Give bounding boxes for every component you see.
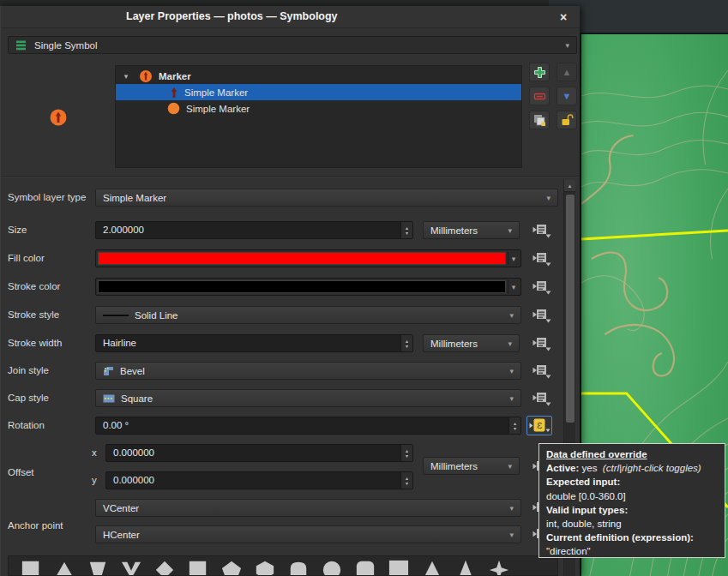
shape-arch[interactable] <box>286 559 310 576</box>
lock-colors-button[interactable] <box>557 111 577 129</box>
spin-down-icon[interactable]: ▾ <box>406 481 408 486</box>
tree-row-marker[interactable]: ▾ Marker <box>116 68 521 84</box>
size-value: 2.000000 <box>96 222 400 238</box>
stroke-color-swatch <box>98 280 506 293</box>
offset-y-input[interactable]: 0.000000 ▴▾ <box>105 471 413 489</box>
chevron-down-icon: ▾ <box>509 504 514 513</box>
stroke-color-override-button[interactable] <box>530 278 554 295</box>
marker-shape-presets[interactable] <box>8 555 558 576</box>
scrollbar-thumb[interactable] <box>566 195 575 423</box>
solid-line-icon <box>103 315 129 316</box>
stroke-width-unit-select[interactable]: Millimeters ▾ <box>423 334 520 352</box>
tree-caret-icon[interactable]: ▾ <box>120 72 132 81</box>
cap-style-override-button[interactable] <box>530 389 554 406</box>
symbol-layer-tree[interactable]: ▾ Marker Simple Marker Simple Marker <box>115 65 522 168</box>
shape-square[interactable] <box>186 559 210 576</box>
size-override-button[interactable] <box>530 221 554 238</box>
data-defined-override-icon <box>532 307 552 323</box>
offset-y-stepper[interactable]: ▴▾ <box>400 472 412 489</box>
cap-style-value: Square <box>121 393 153 404</box>
tree-item-label: Simple Marker <box>186 104 250 114</box>
chevron-down-icon[interactable]: ▾ <box>508 252 519 265</box>
chevron-down-icon: ▾ <box>509 394 514 403</box>
anchor-point-label: Anchor point <box>8 517 63 535</box>
layer-properties-dialog: Layer Properties — photos — Symbology × … <box>0 6 580 576</box>
shape-diamond[interactable] <box>153 559 177 576</box>
close-icon[interactable]: × <box>556 9 571 25</box>
size-input[interactable]: 2.000000 ▴▾ <box>95 221 413 239</box>
offset-y-label: y <box>92 471 102 489</box>
rotation-stepper[interactable]: ▴▾ <box>508 417 520 434</box>
stroke-style-select[interactable]: Solid Line ▾ <box>95 306 521 324</box>
spin-down-icon[interactable]: ▾ <box>406 453 408 459</box>
tree-row-simple-marker-2[interactable]: Simple Marker <box>116 100 521 117</box>
size-unit-select[interactable]: Millimeters ▾ <box>423 221 520 239</box>
shape-hexagon[interactable] <box>253 559 277 576</box>
tooltip-expected-label: Expected input: <box>546 475 718 489</box>
stroke-width-override-button[interactable] <box>530 334 554 351</box>
stroke-color-button[interactable]: ▾ <box>95 278 521 296</box>
spin-down-icon[interactable]: ▾ <box>514 426 516 431</box>
tooltip-definition-value: "direction" <box>546 544 718 558</box>
shape-circle[interactable] <box>320 559 344 576</box>
stroke-style-override-button[interactable] <box>530 306 554 323</box>
shape-chevron-down[interactable] <box>119 559 143 576</box>
join-style-override-button[interactable] <box>530 362 554 379</box>
rotation-label: Rotation <box>8 417 45 435</box>
anchor-horizontal-select[interactable]: HCenter ▾ <box>95 525 521 543</box>
data-defined-override-icon <box>532 250 552 267</box>
chevron-down-icon: ▾ <box>509 311 514 320</box>
join-style-value: Bevel <box>120 366 145 376</box>
add-symbol-layer-button[interactable] <box>529 63 550 81</box>
symbol-layer-type-select[interactable]: Simple Marker ▾ <box>95 189 558 207</box>
fill-color-override-button[interactable] <box>530 249 554 267</box>
shape-triangle[interactable] <box>420 559 444 576</box>
join-style-select[interactable]: Bevel ▾ <box>95 362 521 380</box>
spin-down-icon[interactable]: ▾ <box>406 344 408 349</box>
cap-style-label: Cap style <box>8 389 49 407</box>
fill-color-button[interactable]: ▾ <box>95 249 521 267</box>
chevron-down-icon: ▾ <box>508 339 512 348</box>
rotation-override-button-active[interactable]: ε <box>526 416 552 435</box>
shape-triangle-narrow[interactable] <box>454 559 478 576</box>
shape-lean-quad[interactable] <box>86 559 110 576</box>
chevron-down-icon: ▾ <box>508 226 512 235</box>
shape-pentagon[interactable] <box>220 559 244 576</box>
chevron-down-icon: ▾ <box>508 462 512 471</box>
data-defined-override-icon <box>532 335 552 351</box>
simple-marker-circle-icon <box>167 102 180 115</box>
duplicate-symbol-layer-button[interactable] <box>529 111 550 129</box>
plus-icon <box>533 66 546 79</box>
stroke-style-value: Solid Line <box>135 310 178 321</box>
cap-style-select[interactable]: Square ▾ <box>95 389 521 407</box>
renderer-select[interactable]: Single Symbol ▾ <box>8 36 577 54</box>
shape-square[interactable] <box>19 559 43 576</box>
symbol-preview <box>49 108 68 127</box>
stroke-width-input[interactable]: Hairline ▴▾ <box>95 334 413 352</box>
tooltip-title: Data defined override <box>546 447 718 461</box>
chevron-down-icon[interactable]: ▾ <box>508 280 519 293</box>
offset-x-input[interactable]: 0.000000 ▴▾ <box>105 444 413 462</box>
tooltip-valid-value: int, double, string <box>546 517 718 531</box>
shape-triangle[interactable] <box>52 559 76 576</box>
tooltip-definition-label: Current definition (expression): <box>546 531 718 544</box>
data-defined-override-icon <box>532 390 552 406</box>
offset-unit-select[interactable]: Millimeters ▾ <box>423 457 520 475</box>
dialog-titlebar[interactable]: Layer Properties — photos — Symbology × <box>1 6 580 28</box>
scrollbar-up-icon[interactable]: ▴ <box>564 180 575 192</box>
size-stepper[interactable]: ▴▾ <box>400 222 412 238</box>
move-down-button[interactable]: ▼ <box>557 87 577 105</box>
shape-star-4[interactable] <box>487 559 511 576</box>
chevron-down-icon: ▾ <box>546 194 551 202</box>
anchor-vertical-select[interactable]: VCenter ▾ <box>95 499 521 517</box>
tree-row-simple-marker-1[interactable]: Simple Marker <box>116 84 521 100</box>
shape-square-large[interactable] <box>387 559 411 576</box>
stroke-style-label: Stroke style <box>8 306 59 324</box>
shape-rounded-square[interactable] <box>353 559 377 576</box>
spin-down-icon[interactable]: ▾ <box>406 231 408 236</box>
stroke-width-stepper[interactable]: ▴▾ <box>400 335 412 351</box>
rotation-value: 0.00 ° <box>96 417 508 434</box>
offset-x-stepper[interactable]: ▴▾ <box>400 445 412 461</box>
rotation-input[interactable]: 0.00 ° ▴▾ <box>95 417 521 435</box>
remove-symbol-layer-button[interactable] <box>529 87 550 105</box>
